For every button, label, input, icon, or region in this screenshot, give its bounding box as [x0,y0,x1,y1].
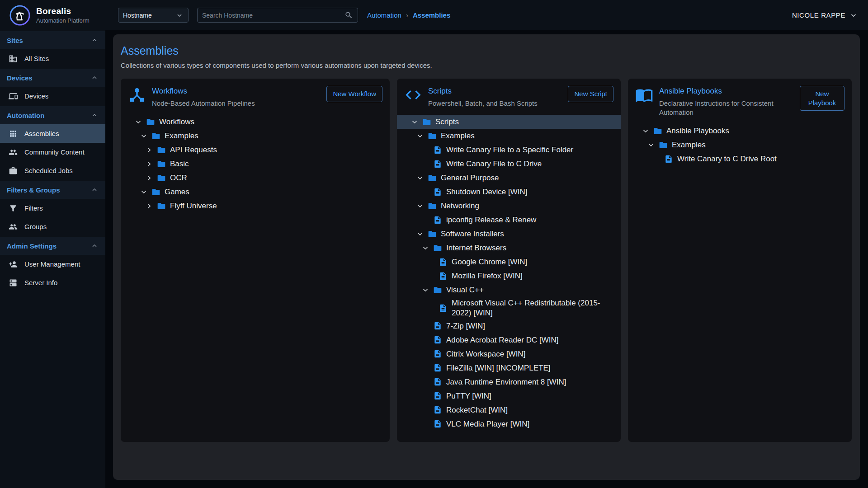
tree-item-ipconfig-release-renew[interactable]: ipconfig Release & Renew [397,213,621,227]
file-icon [439,258,452,267]
tree-item-7-zip-win[interactable]: 7-Zip [WIN] [397,319,621,333]
brand: Borealis Automation Platform [0,5,105,26]
sidebar-item-label: All Sites [24,55,49,62]
tree-item-workflows[interactable]: Workflows [121,115,390,129]
tree-item-ocr[interactable]: OCR [121,171,390,185]
tree-item-software-installers[interactable]: Software Installers [397,227,621,241]
chevron-down-icon[interactable] [134,117,146,127]
user-name: NICOLE RAPPE [792,11,845,19]
new-playbook-button[interactable]: New Playbook [800,86,844,111]
tree-item-flyff-universe[interactable]: Flyff Universe [121,199,390,213]
sidebar: SitesAll SitesDevicesDevicesAutomationAs… [0,30,105,488]
sidebar-item-user-management[interactable]: User Management [0,255,105,273]
breadcrumb-item-assemblies[interactable]: Assemblies [413,11,450,19]
tree-item-label: PuTTY [WIN] [446,390,491,402]
tree-item-basic[interactable]: Basic [121,157,390,171]
chevron-right-icon[interactable] [145,145,157,155]
chevron-right-icon[interactable] [145,160,157,169]
tree-item-write-canary-to-c-drive-root[interactable]: Write Canary to C Drive Root [628,152,852,166]
tree-item-label: RocketChat [WIN] [446,404,508,416]
tree-item-label: Adobe Acrobat Reader DC [WIN] [446,334,559,346]
tree-item-java-runtime-environment-8-win[interactable]: Java Runtime Environment 8 [WIN] [397,375,621,389]
assemblies-icon [9,129,18,138]
sidebar-item-all-sites[interactable]: All Sites [0,49,105,68]
tree-item-filezilla-win-incomplete[interactable]: FileZilla [WIN] [INCOMPLETE] [397,361,621,375]
search-box[interactable] [197,8,358,23]
tree-item-ansible-playbooks[interactable]: Ansible Playbooks [628,124,852,138]
sidebar-section-sites[interactable]: Sites [0,31,105,49]
playbooks-tree: Ansible PlaybooksExamplesWrite Canary to… [628,124,852,166]
sidebar-section-devices[interactable]: Devices [0,69,105,87]
sidebar-item-filters[interactable]: Filters [0,199,105,217]
tree-item-write-canary-file-to-a-specific-folder[interactable]: Write Canary File to a Specific Folder [397,143,621,157]
tree-item-microsoft-visual-c-redistributable-2015-2022-win[interactable]: Microsoft Visual C++ Redistributable (20… [397,297,621,319]
tree-item-write-canary-file-to-c-drive[interactable]: Write Canary File to C Drive [397,157,621,171]
sidebar-section-filters-groups[interactable]: Filters & Groups [0,181,105,199]
user-management-icon [9,260,18,269]
chevron-right-icon[interactable] [145,174,157,183]
sidebar-item-assemblies[interactable]: Assemblies [0,124,105,143]
tree-item-visual-c[interactable]: Visual C++ [397,283,621,297]
chevron-up-icon [90,186,99,194]
page-title: Assemblies [121,44,852,57]
search-input[interactable] [202,12,344,19]
sidebar-item-server-info[interactable]: Server Info [0,273,105,292]
sidebar-item-community-content[interactable]: Community Content [0,143,105,161]
file-icon [664,155,677,164]
tree-item-shutdown-device-win[interactable]: Shutdown Device [WIN] [397,185,621,199]
chevron-down-icon[interactable] [415,174,428,183]
tree-item-citrix-workspace-win[interactable]: Citrix Workspace [WIN] [397,347,621,361]
tree-item-google-chrome-win[interactable]: Google Chrome [WIN] [397,255,621,269]
tree-item-mozilla-firefox-win[interactable]: Mozilla Firefox [WIN] [397,269,621,283]
card-subtitle: Node-Based Automation Pipelines [152,99,321,108]
tree-item-examples[interactable]: Examples [397,129,621,143]
new-script-button[interactable]: New Script [568,86,613,102]
tree-item-label: Examples [672,139,706,151]
hostname-select[interactable]: Hostname [118,8,189,23]
chevron-up-icon [90,36,99,44]
search-icon[interactable] [344,11,353,19]
chevron-down-icon[interactable] [415,131,428,141]
workflows-card: Workflows Node-Based Automation Pipeline… [121,79,390,442]
user-menu[interactable]: NICOLE RAPPE [792,11,858,20]
file-icon [433,145,446,155]
tree-item-general-purpose[interactable]: General Purpose [397,171,621,185]
tree-item-api-requests[interactable]: API Requests [121,143,390,157]
tree-item-networking[interactable]: Networking [397,199,621,213]
chevron-down-icon[interactable] [139,131,151,141]
tree-item-rocketchat-win[interactable]: RocketChat [WIN] [397,403,621,417]
sidebar-item-scheduled-jobs[interactable]: Scheduled Jobs [0,161,105,180]
community-content-icon [9,148,18,157]
tree-item-scripts[interactable]: Scripts [397,115,621,129]
sidebar-section-automation[interactable]: Automation [0,106,105,124]
sidebar-item-groups[interactable]: Groups [0,217,105,236]
tree-item-label: Networking [441,200,479,212]
chevron-down-icon[interactable] [415,230,428,239]
chevron-down-icon[interactable] [646,141,659,150]
brand-tagline: Automation Platform [36,17,90,24]
sidebar-section-admin-settings[interactable]: Admin Settings [0,237,105,255]
breadcrumb-item-automation[interactable]: Automation [367,11,401,19]
tree-item-games[interactable]: Games [121,185,390,199]
chevron-right-icon[interactable] [145,202,157,211]
sidebar-item-devices[interactable]: Devices [0,87,105,105]
tree-item-vlc-media-player-win[interactable]: VLC Media Player [WIN] [397,417,621,431]
file-icon [433,377,446,386]
folder-icon [151,188,165,197]
chevron-down-icon[interactable] [410,117,422,127]
tree-item-putty-win[interactable]: PuTTY [WIN] [397,389,621,403]
chevron-down-icon[interactable] [421,244,433,253]
chevron-down-icon[interactable] [139,188,151,197]
tree-item-internet-browsers[interactable]: Internet Browsers [397,241,621,255]
chevron-down-icon[interactable] [641,127,653,136]
tree-item-examples[interactable]: Examples [628,138,852,152]
tree-item-examples[interactable]: Examples [121,129,390,143]
new-workflow-button[interactable]: New Workflow [326,86,382,102]
chevron-down-icon[interactable] [415,202,428,211]
tree-item-label: General Purpose [441,172,499,184]
workflows-tree: WorkflowsExamplesAPI RequestsBasicOCRGam… [121,115,390,213]
chevron-down-icon[interactable] [421,286,433,295]
sidebar-section-label: Filters & Groups [7,186,60,194]
tree-item-adobe-acrobat-reader-dc-win[interactable]: Adobe Acrobat Reader DC [WIN] [397,333,621,347]
app-body: SitesAll SitesDevicesDevicesAutomationAs… [0,30,868,488]
